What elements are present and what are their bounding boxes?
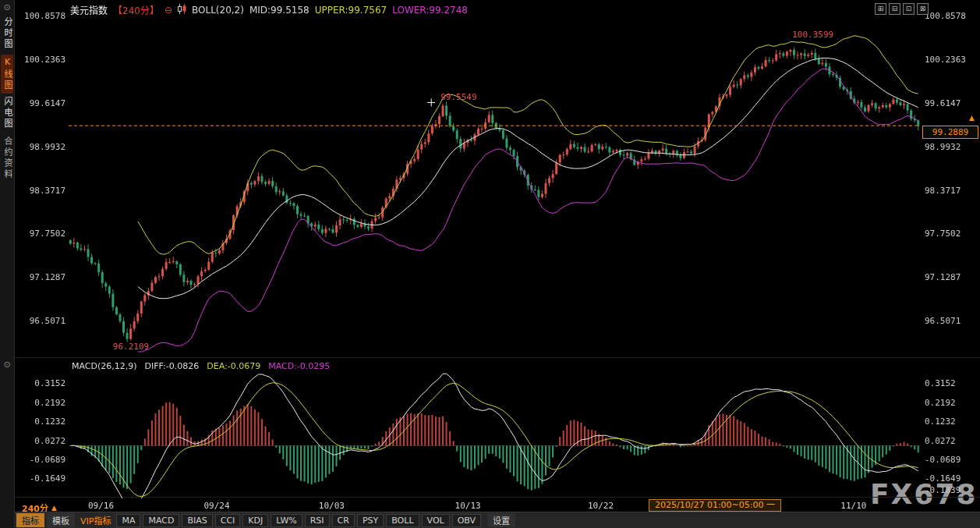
last-price-tag: 99.2889: [922, 126, 978, 139]
macd-header: MACD(26,12,9) DIFF:-0.0826 DEA:-0.0679 M…: [72, 361, 330, 371]
boll-lower-value: LOWER:99.2748: [392, 5, 468, 16]
chart-type-sidebar: ⊙ 分时图 K线图 闪电图 合约资料 ⊙: [0, 0, 15, 528]
app-root: { "header": { "symbol": "美元指数", "interva…: [0, 0, 980, 528]
window-layout-icons: ⊞ ⊟ ⊡ ⊠: [875, 3, 929, 15]
btn-cci[interactable]: CCI: [215, 514, 241, 527]
layout-1-icon[interactable]: ⊞: [875, 3, 886, 15]
candlestick-icon: [178, 4, 186, 16]
collapse-circle-icon[interactable]: ⊙: [2, 3, 12, 12]
sidebar-item-contract-info[interactable]: 合约资料: [1, 134, 13, 182]
symbol-name: 美元指数: [70, 3, 108, 16]
collapse-circle-icon[interactable]: ⊙: [2, 360, 12, 370]
btn-lwr[interactable]: LW%: [271, 514, 302, 527]
btn-kdj[interactable]: KDJ: [242, 514, 268, 527]
btn-bias[interactable]: BIAS: [182, 514, 212, 527]
macd-diff-value: DIFF:-0.0826: [145, 361, 200, 371]
macd-dea-value: DEA:-0.0679: [207, 361, 260, 371]
btn-cr[interactable]: CR: [332, 514, 355, 527]
macd-macd-value: MACD:-0.0295: [268, 361, 330, 371]
layout-4-icon[interactable]: ⊠: [917, 3, 929, 15]
chart-header: 美元指数 【240分】 ⊖ BOLL(20,2) MID:99.5158 UPP…: [70, 3, 468, 16]
tab-templates[interactable]: 模板: [47, 513, 75, 527]
sidebar-item-label: K线图: [2, 57, 12, 91]
sidebar-item-time-chart[interactable]: 分时图: [1, 15, 13, 52]
btn-boll[interactable]: BOLL: [386, 514, 419, 527]
btn-vol[interactable]: VOL: [422, 514, 450, 527]
btn-rsi[interactable]: RSI: [305, 514, 330, 527]
btn-settings[interactable]: 设置: [487, 513, 515, 527]
sidebar-item-label: 分时图: [2, 17, 12, 50]
layout-2-icon[interactable]: ⊟: [889, 3, 900, 15]
layout-3-icon[interactable]: ⊡: [903, 3, 915, 15]
vip-indicators[interactable]: VIP指标: [77, 513, 114, 527]
collapse-minus-icon[interactable]: ⊖: [165, 5, 172, 16]
triangle-up-icon: ▲: [51, 504, 57, 512]
boll-mid-value: MID:99.5158: [249, 5, 310, 16]
chart-canvas[interactable]: [0, 0, 980, 528]
macd-params: MACD(26,12,9): [72, 361, 137, 371]
interval-tag: 【240分】: [113, 3, 159, 16]
sidebar-item-kline-chart[interactable]: K线图: [1, 55, 13, 94]
scroll-to-latest-icon[interactable]: ▲: [969, 114, 975, 122]
btn-psy[interactable]: PSY: [357, 514, 384, 527]
boll-params: BOLL(20,2): [192, 5, 244, 16]
tab-indicators[interactable]: 指标: [16, 513, 44, 527]
sidebar-item-label: 闪电图: [2, 97, 12, 129]
btn-ma[interactable]: MA: [116, 514, 140, 527]
indicator-toolbar: 指标 模板 VIP指标 MA MACD BIAS CCI KDJ LW% RSI…: [14, 512, 980, 528]
btn-obv[interactable]: OBV: [452, 514, 481, 527]
crosshair-date-box: 2025/10/27 01:00~05:00 一: [649, 499, 781, 512]
sidebar-item-lightning-chart[interactable]: 闪电图: [1, 94, 13, 132]
sidebar-item-label: 合约资料: [2, 136, 12, 180]
btn-macd[interactable]: MACD: [143, 514, 179, 527]
boll-upper-value: UPPER:99.7567: [315, 5, 387, 16]
